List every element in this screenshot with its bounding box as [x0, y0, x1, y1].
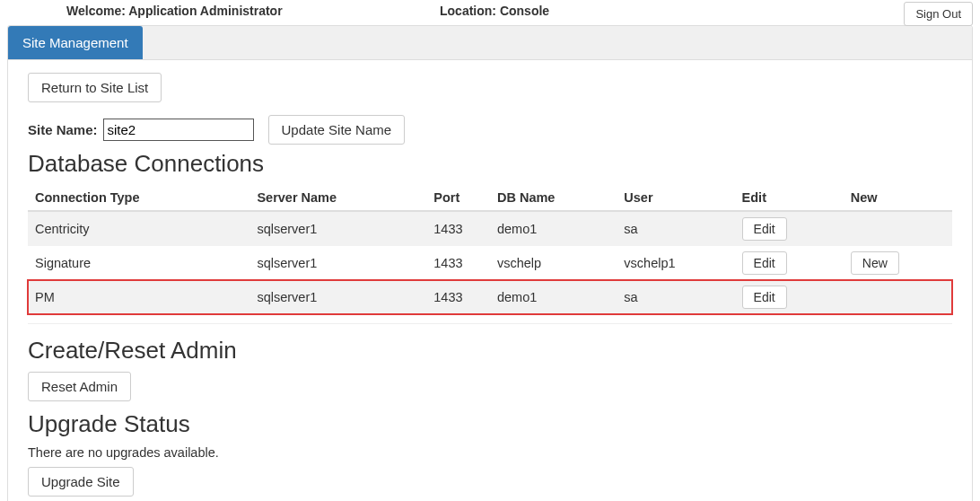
edit-button[interactable]: Edit	[742, 217, 787, 241]
update-site-name-button[interactable]: Update Site Name	[268, 115, 406, 145]
upgrade-status-heading: Upgrade Status	[28, 410, 952, 438]
col-header-port: Port	[426, 185, 490, 211]
cell-db: demo1	[490, 280, 617, 314]
cell-server: sqlserver1	[249, 211, 426, 246]
cell-type: Signature	[28, 246, 249, 280]
cell-port: 1433	[426, 246, 490, 280]
return-to-site-list-button[interactable]: Return to Site List	[28, 73, 162, 102]
cell-db: vschelp	[490, 246, 617, 280]
col-header-type: Connection Type	[28, 185, 249, 211]
tab-site-management[interactable]: Site Management	[8, 26, 143, 59]
cell-user: sa	[617, 280, 734, 314]
site-name-input[interactable]	[103, 119, 254, 141]
location-text: Location: Console	[440, 4, 549, 18]
cell-user: sa	[617, 211, 734, 246]
reset-admin-button[interactable]: Reset Admin	[28, 372, 131, 401]
edit-button[interactable]: Edit	[742, 251, 787, 275]
table-row: Centricitysqlserver11433demo1saEdit	[28, 211, 952, 246]
cell-server: sqlserver1	[249, 246, 426, 280]
db-connections-heading: Database Connections	[28, 150, 952, 178]
divider	[28, 323, 952, 324]
col-header-server: Server Name	[249, 185, 426, 211]
cell-edit: Edit	[735, 211, 844, 246]
table-row: Signaturesqlserver11433vschelpvschelp1Ed…	[28, 246, 952, 280]
cell-type: PM	[28, 280, 249, 314]
new-button[interactable]: New	[851, 251, 899, 275]
edit-button[interactable]: Edit	[742, 286, 787, 309]
cell-edit: Edit	[735, 246, 844, 280]
cell-port: 1433	[426, 211, 490, 246]
cell-new: New	[844, 246, 952, 280]
upgrade-site-button[interactable]: Upgrade Site	[28, 467, 134, 497]
cell-new	[844, 211, 952, 246]
cell-edit: Edit	[735, 280, 844, 314]
col-header-edit: Edit	[735, 185, 844, 211]
cell-type: Centricity	[28, 211, 249, 246]
col-header-new: New	[844, 185, 952, 211]
cell-db: demo1	[490, 211, 617, 246]
sign-out-button[interactable]: Sign Out	[904, 2, 973, 26]
tab-strip: Site Management	[8, 26, 972, 60]
cell-port: 1433	[426, 280, 490, 314]
db-connections-table: Connection Type Server Name Port DB Name…	[28, 185, 952, 314]
main-panel: Site Management Return to Site List Site…	[7, 25, 973, 501]
upgrade-status-text: There are no upgrades available.	[28, 445, 952, 460]
welcome-text: Welcome: Application Administrator	[66, 4, 283, 18]
col-header-db: DB Name	[490, 185, 617, 211]
col-header-user: User	[617, 185, 734, 211]
cell-user: vschelp1	[617, 246, 734, 280]
create-reset-admin-heading: Create/Reset Admin	[28, 337, 952, 365]
cell-server: sqlserver1	[249, 280, 426, 314]
site-name-label: Site Name:	[28, 122, 98, 137]
cell-new	[844, 280, 952, 314]
table-row: PMsqlserver11433demo1saEdit	[28, 280, 952, 314]
